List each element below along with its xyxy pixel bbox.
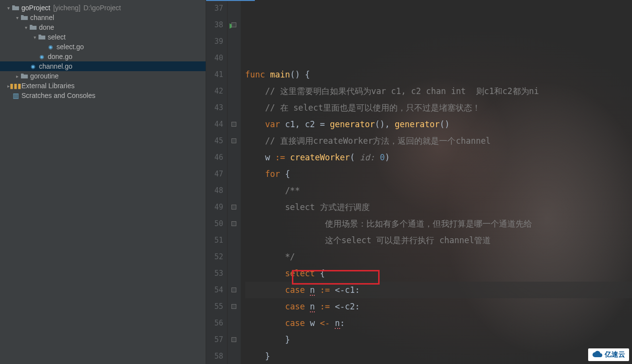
tree-root-name: goProject — [21, 4, 50, 12]
code-line-47[interactable]: 使用场景：比如有多个通道，但我打算是哪一个通道先给 — [245, 215, 632, 232]
code-line-52[interactable]: case n := <-c2: — [245, 298, 632, 315]
line-number[interactable]: 57 — [206, 331, 223, 348]
tree-item-label: select — [48, 33, 66, 41]
line-number[interactable]: 42 — [206, 83, 223, 99]
tree-item-select-go[interactable]: ◉select.go — [0, 42, 206, 52]
fold-marker[interactable] — [231, 221, 236, 226]
tree-root-suffix: [yicheng] — [53, 4, 80, 12]
fold-marker[interactable] — [231, 122, 236, 127]
tab-indicator — [206, 0, 255, 1]
fold-gutter[interactable]: ▶ — [228, 0, 241, 364]
line-number[interactable]: 52 — [206, 249, 223, 265]
code-line-53[interactable]: case w <- n: — [245, 315, 632, 331]
go-file-icon: ◉ — [47, 43, 55, 51]
line-number[interactable]: 56 — [206, 315, 223, 331]
tree-item-label: done.go — [48, 53, 73, 60]
line-number[interactable]: 46 — [206, 149, 223, 166]
tree-item-channel-go[interactable]: ◉channel.go — [0, 61, 206, 71]
line-number[interactable]: 45 — [206, 133, 223, 149]
folder-icon — [20, 14, 28, 21]
code-line-40[interactable]: // 在 select里面也是可以使用的，只不过是堵塞状态！ — [245, 99, 632, 116]
go-file-icon: ◉ — [29, 62, 37, 70]
code-line-55[interactable]: } — [245, 348, 632, 364]
tree-item-done-go[interactable]: ◉done.go — [0, 52, 206, 61]
watermark-text: 亿速云 — [605, 350, 625, 359]
folder-icon — [12, 4, 19, 12]
line-number[interactable]: 40 — [206, 50, 223, 66]
folder-icon — [38, 33, 46, 41]
chevron-down-icon[interactable]: ▾ — [14, 15, 20, 20]
line-number[interactable]: 37 — [206, 0, 223, 17]
tree-item-done[interactable]: ▾done — [0, 22, 206, 32]
tree-item-Scratches-and-Consoles[interactable]: ▥Scratches and Consoles — [0, 91, 206, 100]
line-number[interactable]: 51 — [206, 232, 223, 249]
chevron-down-icon[interactable]: ▾ — [22, 25, 29, 30]
line-number[interactable]: 53 — [206, 265, 223, 282]
fold-marker[interactable] — [231, 22, 236, 27]
line-number[interactable]: 41 — [206, 66, 223, 83]
tree-item-label: channel — [30, 14, 54, 21]
line-number[interactable]: 47 — [206, 166, 223, 182]
code-line-43[interactable]: w := createWorker( id: 0) — [245, 149, 632, 166]
watermark-badge: 亿速云 — [588, 348, 629, 361]
line-number-gutter[interactable]: 3738394041424344454647484950515253545556… — [206, 0, 228, 364]
tree-item-label: goroutine — [30, 72, 58, 80]
line-number[interactable]: 39 — [206, 33, 223, 50]
fold-marker[interactable] — [231, 205, 236, 210]
folder-icon — [20, 72, 28, 80]
fold-marker[interactable] — [231, 337, 236, 342]
tree-item-channel[interactable]: ▾channel — [0, 13, 206, 22]
line-number[interactable]: 44 — [206, 116, 223, 133]
code-line-39[interactable]: // 这里需要明白如果代码为var c1, c2 chan int 则c1和c2… — [245, 83, 632, 99]
code-line-45[interactable]: /** — [245, 182, 632, 199]
fold-marker[interactable] — [231, 138, 236, 143]
go-file-icon: ◉ — [38, 53, 46, 60]
cloud-icon — [592, 351, 603, 359]
fold-marker[interactable] — [231, 287, 236, 292]
line-number[interactable]: 48 — [206, 182, 223, 199]
code-line-54[interactable]: } — [245, 331, 632, 348]
line-number[interactable]: 38 — [206, 17, 223, 33]
code-line-48[interactable]: 这个select 可以是并行执行 channel管道 — [245, 232, 632, 249]
folder-icon — [29, 23, 37, 31]
line-number[interactable]: 58 — [206, 348, 223, 364]
tree-item-External-Libraries[interactable]: ▸▮▮▮External Libraries — [0, 81, 206, 91]
code-line-37[interactable] — [245, 50, 632, 66]
code-line-50[interactable]: select { — [245, 265, 632, 282]
line-number[interactable]: 54 — [206, 282, 223, 298]
library-icon: ▮▮▮ — [12, 82, 19, 90]
code-line-38[interactable]: func main() { — [245, 66, 632, 83]
project-tree[interactable]: ▾ goProject [yicheng] D:\goProject ▾chan… — [0, 0, 206, 364]
tree-root-path: D:\goProject — [83, 4, 121, 12]
fold-marker[interactable] — [231, 304, 236, 309]
tree-item-label: Scratches and Consoles — [21, 92, 96, 99]
code-line-41[interactable]: var c1, c2 = generator(), generator() — [245, 116, 632, 133]
tree-item-label: select.go — [57, 43, 84, 51]
code-line-46[interactable]: select 方式进行调度 — [245, 199, 632, 215]
tree-item-select[interactable]: ▾select — [0, 32, 206, 42]
tree-item-label: channel.go — [39, 62, 73, 70]
line-number[interactable]: 43 — [206, 99, 223, 116]
code-line-51[interactable]: case n := <-c1: — [245, 282, 632, 298]
chevron-right-icon[interactable]: ▸ — [14, 74, 20, 79]
line-number[interactable]: 49 — [206, 199, 223, 215]
code-area[interactable]: func main() { // 这里需要明白如果代码为var c1, c2 c… — [241, 0, 632, 364]
tree-item-label: done — [39, 23, 54, 31]
line-number[interactable]: 55 — [206, 298, 223, 315]
tree-item-label: External Libraries — [21, 82, 75, 90]
tree-root[interactable]: ▾ goProject [yicheng] D:\goProject — [0, 3, 206, 13]
line-number[interactable]: 50 — [206, 215, 223, 232]
code-line-44[interactable]: for { — [245, 166, 632, 182]
scratch-icon: ▥ — [12, 92, 19, 99]
tree-item-goroutine[interactable]: ▸goroutine — [0, 71, 206, 81]
code-line-42[interactable]: // 直接调用createWorker方法，返回的就是一个channel — [245, 133, 632, 149]
code-line-49[interactable]: */ — [245, 249, 632, 265]
chevron-down-icon[interactable]: ▾ — [31, 35, 38, 40]
code-editor[interactable]: 3738394041424344454647484950515253545556… — [206, 0, 632, 364]
chevron-down-icon[interactable]: ▾ — [5, 5, 12, 11]
